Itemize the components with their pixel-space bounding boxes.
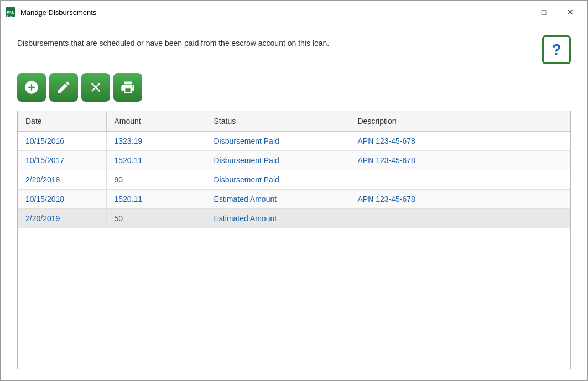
cell-date-2: 2/20/2018	[18, 170, 106, 190]
minimize-button[interactable]: —	[504, 4, 530, 20]
help-icon: ?	[551, 41, 561, 59]
cell-amount-3: 1520.11	[106, 190, 206, 209]
disbursements-table: Date Amount Status Description 10/15/201…	[18, 111, 570, 228]
cell-description-1: APN 123-45-678	[350, 151, 570, 170]
cell-date-0: 10/15/2016	[18, 132, 106, 151]
cell-status-4: Estimated Amount	[206, 209, 350, 228]
add-icon	[24, 80, 39, 95]
table-row[interactable]: 2/20/201950Estimated Amount	[18, 209, 570, 228]
cell-description-4	[350, 209, 570, 228]
disbursements-table-container: Date Amount Status Description 10/15/201…	[17, 111, 571, 369]
window-title: Manage Disbursements	[20, 8, 96, 17]
window-controls: — □ ✕	[504, 4, 583, 20]
edit-button[interactable]	[49, 73, 78, 102]
cell-amount-0: 1323.19	[106, 132, 206, 151]
cell-description-3: APN 123-45-678	[350, 190, 570, 209]
print-button[interactable]	[113, 73, 142, 102]
toolbar	[17, 73, 571, 102]
column-header-status: Status	[206, 111, 350, 132]
delete-icon	[88, 80, 103, 95]
cell-amount-4: 50	[106, 209, 206, 228]
cell-amount-2: 90	[106, 170, 206, 190]
cell-status-0: Disbursement Paid	[206, 132, 350, 151]
cell-amount-1: 1520.11	[106, 151, 206, 170]
cell-status-2: Disbursement Paid	[206, 170, 350, 190]
svg-text:x =: x =	[7, 14, 12, 17]
description-text: Disbursements that are scheduled or have…	[17, 35, 329, 48]
cell-date-4: 2/20/2019	[18, 209, 106, 228]
cell-date-3: 10/15/2018	[18, 190, 106, 209]
close-button[interactable]: ✕	[558, 4, 583, 20]
table-row[interactable]: 10/15/20181520.11Estimated AmountAPN 123…	[18, 190, 570, 209]
cell-description-0: APN 123-45-678	[350, 132, 570, 151]
edit-icon	[56, 80, 71, 95]
column-header-amount: Amount	[106, 111, 206, 132]
cell-status-1: Disbursement Paid	[206, 151, 350, 170]
cell-date-1: 10/15/2017	[18, 151, 106, 170]
cell-status-3: Estimated Amount	[206, 190, 350, 209]
title-bar: $% x = Manage Disbursements — □ ✕	[1, 1, 587, 24]
table-header-row: Date Amount Status Description	[18, 111, 570, 132]
delete-button[interactable]	[81, 73, 110, 102]
table-row[interactable]: 10/15/20171520.11Disbursement PaidAPN 12…	[18, 151, 570, 170]
title-bar-left: $% x = Manage Disbursements	[5, 7, 96, 18]
add-button[interactable]	[17, 73, 46, 102]
manage-disbursements-window: $% x = Manage Disbursements — □ ✕ Disbur…	[0, 0, 588, 381]
help-button[interactable]: ?	[542, 35, 571, 64]
cell-description-2	[350, 170, 570, 190]
print-icon	[120, 80, 136, 95]
column-header-date: Date	[18, 111, 106, 132]
table-row[interactable]: 2/20/201890Disbursement Paid	[18, 170, 570, 190]
window-content: Disbursements that are scheduled or have…	[1, 24, 587, 380]
app-icon: $% x =	[5, 7, 16, 18]
description-row: Disbursements that are scheduled or have…	[17, 35, 571, 64]
table-row[interactable]: 10/15/20161323.19Disbursement PaidAPN 12…	[18, 132, 570, 151]
column-header-description: Description	[350, 111, 570, 132]
maximize-button[interactable]: □	[531, 4, 556, 20]
